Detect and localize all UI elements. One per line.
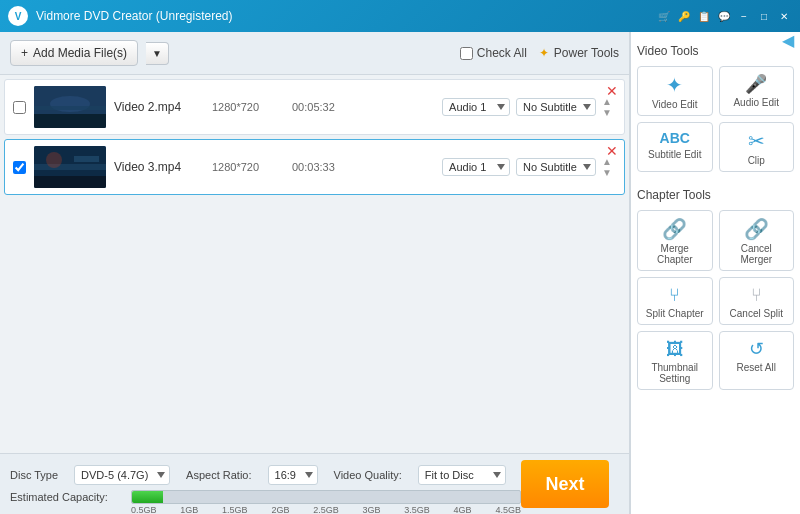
subtitle-edit-label: Subtitle Edit [648,149,701,160]
video-quality-label: Video Quality: [334,469,402,481]
add-media-button[interactable]: + Add Media File(s) [10,40,138,66]
tick-6: 3.5GB [404,505,430,515]
video-tools-title: Video Tools [637,44,794,58]
video-1-checkbox[interactable] [13,101,26,114]
video-edit-button[interactable]: ✦ Video Edit [637,66,713,116]
video-1-close[interactable]: ✕ [606,84,618,98]
capacity-ticks: 0.5GB 1GB 1.5GB 2GB 2.5GB 3GB 3.5GB 4GB … [131,505,521,515]
main-container: + Add Media File(s) ▼ Check All ✦ Power … [0,32,800,514]
estimated-capacity-label: Estimated Capacity: [10,491,125,503]
clipboard-icon[interactable]: 📋 [696,8,712,24]
video-1-resolution: 1280*720 [212,101,284,113]
power-tools-button[interactable]: ✦ Power Tools [539,46,619,60]
reset-all-icon: ↺ [749,340,764,358]
close-icon[interactable]: ✕ [776,8,792,24]
video-1-subtitle-select[interactable]: No Subtitle Subtitle [516,98,596,116]
chapter-tools-title: Chapter Tools [637,188,794,202]
video-2-subtitle-select[interactable]: No Subtitle Subtitle [516,158,596,176]
cancel-split-button[interactable]: ⑂ Cancel Split [719,277,795,325]
cancel-split-icon: ⑂ [751,286,762,304]
split-chapter-button[interactable]: ⑂ Split Chapter [637,277,713,325]
clip-button[interactable]: ✂ Clip [719,122,795,172]
tick-0: 0.5GB [131,505,157,515]
minimize-icon[interactable]: − [736,8,752,24]
video-2-close[interactable]: ✕ [606,144,618,158]
disc-capacity-wrapper: Disc Type DVD-5 (4.7G) DVD-9 (8.5G) Aspe… [10,465,521,504]
right-panel: ◀ Video Tools ✦ Video Edit 🎤 Audio Edit … [630,32,800,514]
svg-rect-5 [34,176,106,188]
capacity-progress-fill [132,491,163,503]
svg-rect-3 [34,106,106,110]
subtitle-edit-icon: ABC [660,131,690,145]
window-controls[interactable]: 🛒 🔑 📋 💬 − □ ✕ [656,8,792,24]
video-2-controls: Audio 1 Audio 2 No Subtitle Subtitle ▲ ▼ [442,156,616,178]
audio-edit-button[interactable]: 🎤 Audio Edit [719,66,795,116]
video-2-thumbnail [34,146,106,188]
cart-icon[interactable]: 🛒 [656,8,672,24]
aspect-ratio-select[interactable]: 16:9 4:3 [268,465,318,485]
merge-chapter-label: Merge Chapter [642,243,708,265]
thumbnail-setting-icon: 🖼 [666,340,684,358]
check-all-checkbox[interactable] [460,47,473,60]
video-1-order-arrows[interactable]: ▲ ▼ [602,96,612,118]
video-2-resolution: 1280*720 [212,161,284,173]
settings-row: Disc Type DVD-5 (4.7G) DVD-9 (8.5G) Aspe… [10,465,521,485]
disc-type-select[interactable]: DVD-5 (4.7G) DVD-9 (8.5G) [74,465,170,485]
title-bar: V Vidmore DVD Creator (Unregistered) 🛒 🔑… [0,0,800,32]
key-icon[interactable]: 🔑 [676,8,692,24]
aspect-ratio-label: Aspect Ratio: [186,469,251,481]
video-2-audio-select[interactable]: Audio 1 Audio 2 [442,158,510,176]
video-item-2: Video 3.mp4 1280*720 00:03:33 Audio 1 Au… [4,139,625,195]
add-media-dropdown[interactable]: ▼ [146,42,169,65]
split-chapter-icon: ⑂ [669,286,680,304]
video-1-controls: Audio 1 Audio 2 No Subtitle Subtitle ▲ ▼ [442,96,616,118]
svg-rect-1 [34,114,106,128]
reset-all-label: Reset All [737,362,776,373]
toolbar-right: Check All ✦ Power Tools [460,46,619,60]
bottom-area: Disc Type DVD-5 (4.7G) DVD-9 (8.5G) Aspe… [0,453,629,514]
cancel-merger-button[interactable]: 🔗 Cancel Merger [719,210,795,271]
plus-icon: + [21,46,28,60]
chapter-tools-grid: 🔗 Merge Chapter 🔗 Cancel Merger ⑂ Split … [637,210,794,390]
subtitle-edit-button[interactable]: ABC Subtitle Edit [637,122,713,172]
disc-type-label: Disc Type [10,469,58,481]
thumbnail-setting-label: Thumbnail Setting [642,362,708,384]
svg-rect-8 [74,156,99,162]
merge-chapter-button[interactable]: 🔗 Merge Chapter [637,210,713,271]
chat-icon[interactable]: 💬 [716,8,732,24]
video-1-audio-select[interactable]: Audio 1 Audio 2 [442,98,510,116]
video-edit-label: Video Edit [652,99,697,110]
toolbar: + Add Media File(s) ▼ Check All ✦ Power … [0,32,629,75]
cancel-merger-label: Cancel Merger [724,243,790,265]
app-logo: V [8,6,28,26]
reset-all-button[interactable]: ↺ Reset All [719,331,795,390]
video-2-name: Video 3.mp4 [114,160,204,174]
cancel-split-label: Cancel Split [730,308,783,319]
video-2-checkbox[interactable] [13,161,26,174]
capacity-row: Estimated Capacity: 0.5GB 1GB 1.5GB 2GB … [10,490,521,504]
cancel-merger-icon: 🔗 [744,219,769,239]
power-tools-label: Power Tools [554,46,619,60]
capacity-progress-bg [131,490,521,504]
clip-label: Clip [748,155,765,166]
video-tools-grid: ✦ Video Edit 🎤 Audio Edit ABC Subtitle E… [637,66,794,172]
collapse-icon[interactable]: ◀ [782,32,794,50]
check-all-label[interactable]: Check All [460,46,527,60]
video-quality-select[interactable]: Fit to Disc High Quality Standard [418,465,506,485]
tick-4: 2.5GB [313,505,339,515]
video-edit-icon: ✦ [666,75,683,95]
tick-5: 3GB [362,505,380,515]
video-list: Video 2.mp4 1280*720 00:05:32 Audio 1 Au… [0,75,629,453]
thumbnail-setting-button[interactable]: 🖼 Thumbnail Setting [637,331,713,390]
tick-2: 1.5GB [222,505,248,515]
video-1-duration: 00:05:32 [292,101,347,113]
video-1-thumbnail [34,86,106,128]
maximize-icon[interactable]: □ [756,8,772,24]
add-media-label: Add Media File(s) [33,46,127,60]
video-2-duration: 00:03:33 [292,161,347,173]
clip-icon: ✂ [748,131,765,151]
video-item-1: Video 2.mp4 1280*720 00:05:32 Audio 1 Au… [4,79,625,135]
next-button[interactable]: Next [521,460,609,508]
video-2-order-arrows[interactable]: ▲ ▼ [602,156,612,178]
check-all-text: Check All [477,46,527,60]
